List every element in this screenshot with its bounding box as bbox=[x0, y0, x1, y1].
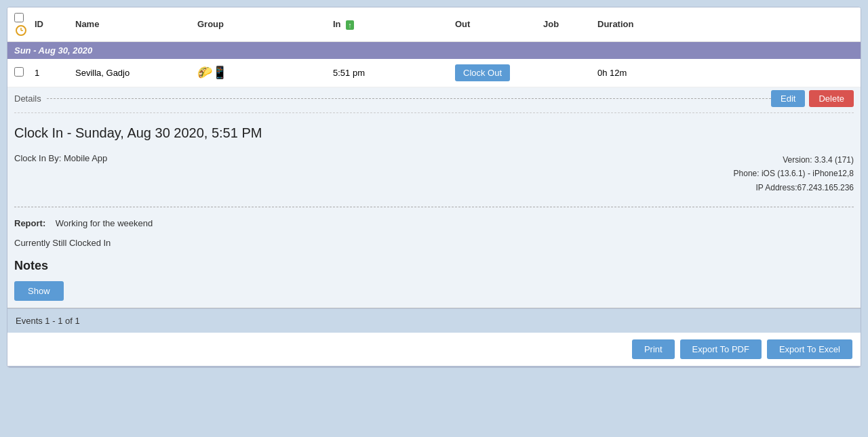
row-name: Sevilla, Gadjo bbox=[75, 68, 197, 78]
col-header-out: Out bbox=[455, 19, 543, 29]
col-header-job: Job bbox=[543, 19, 597, 29]
table-header: ID Name Group In ↑ Out Job Duration bbox=[7, 7, 861, 42]
report-label: Report: bbox=[14, 218, 45, 228]
edit-delete-buttons: Edit Delete bbox=[771, 90, 854, 107]
show-button[interactable]: Show bbox=[14, 281, 64, 301]
print-button[interactable]: Print bbox=[632, 339, 675, 359]
events-count: Events 1 - 1 of 1 bbox=[16, 316, 80, 326]
notes-title: Notes bbox=[14, 255, 854, 281]
phone-text: Phone: iOS (13.6.1) - iPhone12,8 bbox=[734, 167, 854, 180]
clock-in-by: Clock In By: Mobile App bbox=[14, 153, 107, 163]
in-arrow-icon: ↑ bbox=[346, 20, 354, 30]
report-value: Working for the weekend bbox=[56, 218, 153, 228]
clock-out-button[interactable]: Clock Out bbox=[455, 64, 510, 81]
delete-button[interactable]: Delete bbox=[809, 90, 854, 107]
version-info: Version: 3.3.4 (171) Phone: iOS (13.6.1)… bbox=[734, 153, 854, 194]
details-separator bbox=[47, 98, 771, 99]
detail-info-row: Clock In By: Mobile App Version: 3.3.4 (… bbox=[14, 149, 854, 204]
row-in-time: 5:51 pm bbox=[333, 68, 455, 78]
col-header-name: Name bbox=[75, 19, 197, 29]
events-footer: Events 1 - 1 of 1 bbox=[7, 308, 861, 333]
divider bbox=[14, 207, 854, 207]
select-all-checkbox[interactable] bbox=[14, 13, 24, 22]
row-check[interactable] bbox=[14, 67, 35, 79]
ip-text: IP Address:67.243.165.236 bbox=[734, 181, 854, 194]
edit-button[interactable]: Edit bbox=[771, 90, 805, 107]
bottom-border bbox=[7, 366, 861, 367]
table-row: 1 Sevilla, Gadjo 🌮📱 5:51 pm Clock Out 0h… bbox=[7, 59, 861, 87]
row-clock-out-btn[interactable]: Clock Out bbox=[455, 64, 543, 81]
row-checkbox[interactable] bbox=[14, 67, 24, 77]
details-label: Details bbox=[14, 93, 41, 104]
date-group-label: Sun - Aug 30, 2020 bbox=[14, 45, 92, 56]
col-header-group: Group bbox=[197, 19, 333, 29]
clock-in-title: Clock In - Sunday, Aug 30 2020, 5:51 PM bbox=[14, 113, 854, 149]
footer-actions: Print Export To PDF Export To Excel bbox=[7, 333, 861, 365]
report-row: Report: Working for the weekend bbox=[14, 215, 854, 235]
col-header-in: In ↑ bbox=[333, 19, 455, 30]
row-group-icons: 🌮📱 bbox=[197, 65, 333, 80]
col-header-id: ID bbox=[35, 19, 75, 29]
main-container: ID Name Group In ↑ Out Job Duration Sun … bbox=[7, 7, 861, 368]
export-excel-button[interactable]: Export To Excel bbox=[767, 339, 852, 359]
row-duration: 0h 12m bbox=[597, 68, 854, 78]
row-id: 1 bbox=[35, 68, 75, 78]
group-emoji-icons: 🌮📱 bbox=[197, 66, 227, 79]
details-row: Details Edit Delete Clock In - Sunday, A… bbox=[7, 87, 861, 308]
clock-header-icon bbox=[16, 24, 26, 36]
date-group-row: Sun - Aug 30, 2020 bbox=[7, 42, 861, 59]
export-pdf-button[interactable]: Export To PDF bbox=[680, 339, 762, 359]
col-header-duration: Duration bbox=[597, 19, 854, 29]
still-clocked-text: Currently Still Clocked In bbox=[14, 235, 854, 255]
details-label-row: Details Edit Delete bbox=[14, 87, 854, 113]
version-text: Version: 3.3.4 (171) bbox=[734, 153, 854, 167]
select-all-check[interactable] bbox=[14, 13, 35, 36]
